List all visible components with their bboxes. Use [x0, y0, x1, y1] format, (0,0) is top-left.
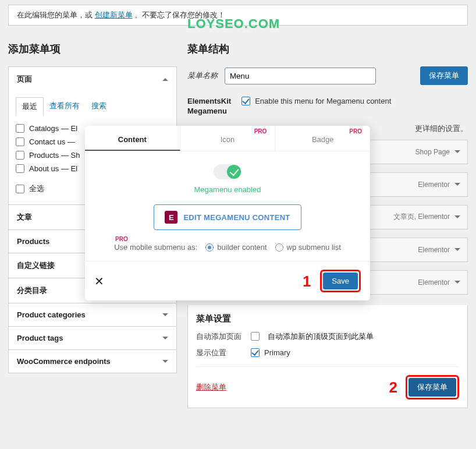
- radio-wp[interactable]: wp submenu list: [275, 243, 341, 252]
- page-item-2-checkbox[interactable]: [16, 151, 24, 160]
- highlight-save-modal: Save: [320, 270, 361, 292]
- page-item-3-checkbox[interactable]: [16, 164, 24, 173]
- structure-heading: 菜单结构: [187, 42, 468, 56]
- tab-search[interactable]: 搜索: [86, 97, 112, 116]
- add-items-heading: 添加菜单项: [8, 42, 177, 56]
- menu-name-label: 菜单名称: [187, 70, 218, 81]
- acc-post-label: 文章: [17, 212, 32, 222]
- bottom-row: 删除菜单 2 保存菜单: [196, 366, 459, 399]
- notice-prefix: 在此编辑您的菜单，或: [17, 10, 93, 19]
- acc-products-label: Products: [17, 237, 49, 246]
- toggle-knob-icon: [227, 165, 241, 179]
- menu-item-0-type: Shop Page: [415, 148, 450, 156]
- location-row: 显示位置 Primary: [196, 348, 459, 358]
- page-item-3-label: About us — El: [29, 164, 77, 173]
- menu-name-input[interactable]: [225, 68, 376, 84]
- notice-suffix: 。不要忘了保存您的修改！: [134, 10, 225, 19]
- ekit-row: ElementsKit Megamenu Enable this menu fo…: [187, 97, 468, 116]
- caret-down-icon: [454, 281, 460, 284]
- tab-recent[interactable]: 最近: [16, 97, 44, 116]
- modal-footer: ✕ 1 Save: [85, 261, 370, 300]
- menu-item-3-type: Elementor: [418, 246, 450, 254]
- auto-add-row: 自动添加页面 自动添加新的顶级页面到此菜单: [196, 331, 459, 342]
- caret-down-icon: [454, 150, 460, 153]
- ekit-enable-checkbox[interactable]: Enable this menu for Megamenu content: [241, 97, 391, 105]
- acc-custom-label: 自定义链接: [17, 260, 55, 271]
- caret-down-icon: [162, 360, 168, 363]
- megamenu-toggle[interactable]: [214, 164, 241, 179]
- annotation-1: 1: [303, 274, 314, 289]
- edit-megamenu-label: EDIT MEGAMENU CONTENT: [183, 213, 290, 222]
- check-icon: [241, 97, 250, 105]
- radio-builder[interactable]: builder content: [205, 243, 267, 252]
- create-menu-link[interactable]: 创建新菜单: [95, 10, 133, 19]
- elementor-icon: E: [165, 211, 177, 224]
- caret-down-icon: [454, 183, 460, 186]
- radio-icon: [205, 243, 214, 252]
- caret-down-icon: [162, 337, 168, 340]
- acc-woo[interactable]: WooCommerce endpoints: [9, 350, 176, 373]
- wp-menu-page: 在此编辑您的菜单，或 创建新菜单 。不要忘了保存您的修改！ LOYSEO.COM…: [0, 0, 476, 449]
- menu-settings-heading: 菜单设置: [196, 313, 459, 324]
- acc-cat-label: 分类目录: [17, 285, 47, 296]
- caret-up-icon: [162, 78, 168, 81]
- auto-add-text: 自动添加新的顶级页面到此菜单: [268, 331, 374, 342]
- tab-badge[interactable]: PRO Badge: [275, 126, 370, 151]
- mobile-submenu-row: PRO Use mobile submenu as: builder conte…: [97, 243, 358, 252]
- tab-all[interactable]: 查看所有: [44, 97, 86, 116]
- menu-name-row: 菜单名称 保存菜单: [187, 66, 468, 85]
- modal-body: Megamenu enabled E EDIT MEGAMENU CONTENT…: [85, 151, 370, 261]
- menu-settings: 菜单设置 自动添加页面 自动添加新的顶级页面到此菜单 显示位置 Primary …: [187, 305, 468, 408]
- toggle-label: Megamenu enabled: [97, 185, 358, 194]
- modal-save-button[interactable]: Save: [323, 273, 358, 289]
- acc-ptag-label: Product tags: [17, 334, 63, 342]
- acc-pcat-label: Product categories: [17, 310, 86, 319]
- modal-tabs: Content PRO Icon PRO Badge: [85, 126, 370, 151]
- ekit-label: ElementsKit Megamenu: [187, 97, 231, 116]
- top-notice: 在此编辑您的菜单，或 创建新菜单 。不要忘了保存您的修改！: [8, 5, 468, 26]
- location-label: 显示位置: [196, 348, 243, 358]
- pro-badge: PRO: [254, 128, 267, 135]
- page-item-2-label: Products — Sh: [29, 151, 80, 160]
- page-item-0-checkbox[interactable]: [16, 124, 24, 133]
- page-item-1-label: Contact us —: [29, 137, 75, 146]
- page-item-0-label: Catalogs — El: [29, 124, 77, 133]
- caret-down-icon: [454, 248, 460, 251]
- location-text: Primary: [264, 348, 290, 357]
- auto-add-label: 自动添加页面: [196, 331, 243, 342]
- highlight-save-bottom: 保存菜单: [406, 375, 459, 399]
- caret-down-icon: [454, 215, 460, 218]
- page-mini-tabs: 最近 查看所有 搜索: [16, 97, 169, 116]
- radio-icon: [275, 243, 283, 252]
- annotation-2: 2: [389, 380, 401, 395]
- edit-megamenu-button[interactable]: E EDIT MEGAMENU CONTENT: [154, 204, 301, 230]
- acc-woo-label: WooCommerce endpoints: [17, 357, 111, 366]
- close-icon[interactable]: ✕: [94, 274, 104, 288]
- menu-item-1-type: Elementor: [418, 181, 450, 189]
- tab-icon[interactable]: PRO Icon: [180, 126, 276, 151]
- select-all-label: 全选: [29, 183, 44, 194]
- ekit-enable-label: Enable this menu for Megamenu content: [255, 97, 391, 105]
- check-icon: [251, 348, 260, 357]
- auto-add-checkbox[interactable]: [251, 332, 260, 341]
- mobile-label: Use mobile submenu as:: [114, 243, 197, 252]
- acc-page-head[interactable]: 页面: [9, 67, 176, 91]
- menu-item-2-type: 文章页, Elementor: [393, 212, 450, 222]
- acc-ptag[interactable]: Product tags: [9, 327, 176, 349]
- pro-badge: PRO: [349, 128, 362, 135]
- caret-down-icon: [162, 313, 168, 316]
- save-menu-top-button[interactable]: 保存菜单: [420, 66, 468, 85]
- save-menu-bottom-button[interactable]: 保存菜单: [408, 378, 456, 397]
- menu-item-4-type: Elementor: [418, 278, 450, 287]
- tab-content[interactable]: Content: [85, 126, 180, 151]
- pro-badge: PRO: [115, 236, 128, 242]
- acc-pcat[interactable]: Product categories: [9, 303, 176, 326]
- acc-page-label: 页面: [17, 74, 32, 84]
- megamenu-modal: Content PRO Icon PRO Badge Megamenu enab…: [85, 126, 370, 300]
- page-item-1-checkbox[interactable]: [16, 137, 24, 146]
- delete-menu-link[interactable]: 删除菜单: [196, 382, 226, 393]
- location-checkbox[interactable]: Primary: [251, 348, 290, 357]
- select-all-checkbox[interactable]: [16, 185, 24, 193]
